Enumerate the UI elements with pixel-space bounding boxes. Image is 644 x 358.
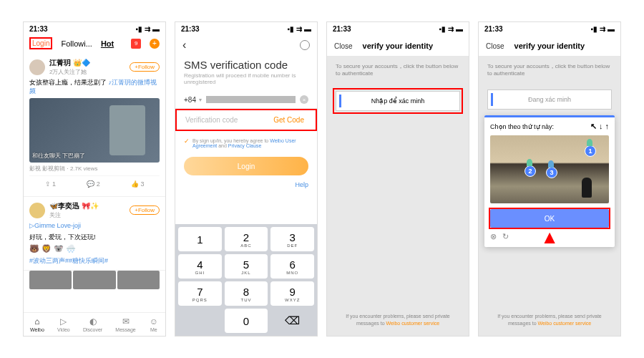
phone-verify-captcha: 21:33 ▪▮ ⇉ ▬ Close verify your identity …	[478, 21, 621, 337]
status-bar: 21:33 ▪▮ ⇉ ▬	[24, 22, 165, 36]
avatar[interactable]	[29, 203, 45, 218]
close-button[interactable]: Close	[334, 42, 353, 50]
login-button[interactable]: Login	[184, 157, 308, 175]
post-text: 好玩，爱玩，下次还玩!	[29, 233, 160, 242]
video-caption: 和往友聊天 下巴崩了	[32, 152, 85, 160]
status-bar: 21:33 ▪▮ ⇉ ▬	[327, 22, 469, 36]
verify-header: Close verify your identity	[327, 36, 469, 56]
customer-service-link[interactable]: Weibo customer service	[386, 321, 440, 326]
get-code-button[interactable]: Get Code	[270, 115, 307, 125]
key-0[interactable]: 0	[225, 309, 268, 333]
tab-login[interactable]: Login	[29, 37, 52, 49]
video-icon: ▷	[59, 316, 69, 326]
arrow-up-icon: ↑	[605, 122, 610, 131]
phone-input-masked[interactable]	[206, 96, 296, 103]
status-time: 21:33	[181, 25, 200, 33]
post-subtitle: 关注	[49, 211, 125, 219]
thumbnail[interactable]	[29, 271, 72, 289]
country-code[interactable]: +84	[184, 96, 196, 104]
page-subtitle: Registration will proceed if mobile numb…	[175, 72, 317, 91]
tab-video[interactable]: ▷Video	[57, 316, 70, 332]
agreement-text: ✓ By sign up/in, you hereby agree to Wei…	[175, 131, 317, 154]
tab-hot[interactable]: Hot	[101, 39, 114, 48]
captcha-marker-2[interactable]: 2	[525, 165, 536, 177]
status-time: 21:33	[29, 25, 48, 33]
key-blank	[178, 309, 222, 333]
tab-weibo[interactable]: ⌂Weibo	[30, 316, 44, 332]
status-time: 21:33	[484, 25, 503, 33]
battery-icon: ▬	[152, 25, 160, 33]
home-icon: ⌂	[32, 316, 42, 326]
key-5[interactable]: 5JKL	[225, 254, 268, 279]
captcha-dialog: Chọn theo thứ tự này: ↖ ↓ ↑ 1 2 3 OK ⊗ ↻…	[484, 115, 615, 247]
key-9[interactable]: 9WXYZ	[270, 281, 314, 306]
verify-info: To secure your accounts，click the button…	[479, 56, 620, 85]
refresh-icon[interactable]: ↻	[502, 232, 509, 241]
number-keypad: 1 2ABC 3DEF 4GHI 5JKL 6MNO 7PQRS 8TUV 9W…	[175, 224, 317, 336]
wifi-icon: ⇉	[448, 25, 454, 33]
privacy-link[interactable]: Privacy Clause	[228, 143, 262, 148]
comment-action[interactable]: 💬 2	[87, 180, 100, 188]
phone-field[interactable]: +84 ▾ ×	[175, 91, 317, 109]
status-icons: ▪▮ ⇉ ▬	[439, 25, 463, 33]
post-1: 江菁玥 👑🔷 2万人关注了她 +Follow 女孩整容上瘾，结果悲剧了 ♪江菁玥…	[24, 54, 165, 197]
post-video[interactable]: 和往友聊天 下巴崩了	[29, 98, 160, 163]
help-link[interactable]: Help	[175, 178, 317, 191]
checkbox-icon[interactable]: ✓	[184, 137, 190, 145]
key-1[interactable]: 1	[178, 227, 222, 251]
avatar[interactable]	[29, 59, 45, 75]
person-icon: ☺	[149, 316, 159, 326]
code-input[interactable]: Verification code	[185, 116, 270, 124]
ok-button[interactable]: OK	[490, 209, 609, 228]
share-action[interactable]: ⇪ 1	[45, 180, 57, 188]
like-action[interactable]: 👍 3	[131, 180, 145, 188]
post-username[interactable]: 🦋李奕迅 🎀✨	[49, 201, 125, 211]
thumbnail[interactable]	[73, 271, 115, 289]
key-6[interactable]: 6MNO	[270, 254, 314, 279]
close-icon[interactable]: ⊗	[490, 232, 497, 241]
notification-badge[interactable]: 9	[131, 39, 141, 49]
clear-icon[interactable]: ×	[300, 95, 308, 104]
phone-sms: 21:33 ▪▮ ⇉ ▬ ‹ SMS verification code Reg…	[175, 21, 318, 337]
key-4[interactable]: 4GHI	[178, 254, 222, 279]
annotation-arrow-icon: ▲	[540, 226, 559, 247]
customer-service-link[interactable]: Weibo customer service	[538, 321, 592, 326]
verify-footer: If you encounter problems, please send p…	[327, 313, 469, 327]
key-8[interactable]: 8TUV	[225, 281, 268, 306]
key-3[interactable]: 3DEF	[270, 227, 314, 251]
phone-feed: 21:33 ▪▮ ⇉ ▬ Login Followi... Hot 9 + 江菁…	[23, 21, 166, 337]
status-icons: ▪▮ ⇉ ▬	[590, 25, 615, 33]
back-button[interactable]: ‹	[182, 39, 186, 52]
tab-me[interactable]: ☺Me	[149, 316, 159, 332]
wifi-icon: ⇉	[296, 25, 302, 33]
key-backspace[interactable]: ⌫	[270, 309, 314, 333]
top-tabs: Login Followi... Hot 9 +	[24, 36, 165, 54]
battery-icon: ▬	[304, 25, 311, 33]
code-field-row: Verification code Get Code	[175, 109, 317, 131]
verify-info: To secure your accounts，click the button…	[327, 56, 469, 85]
captcha-marker-1[interactable]: 1	[585, 145, 596, 157]
captcha-image[interactable]: 1 2 3	[490, 135, 609, 203]
post-music-link[interactable]: ▷Gimme Love-joji	[29, 222, 160, 231]
follow-button[interactable]: +Follow	[130, 62, 160, 72]
tab-message[interactable]: ✉Message	[115, 316, 135, 332]
key-2[interactable]: 2ABC	[225, 227, 268, 251]
post-hashtag[interactable]: #波动三两声##糖快乐瞬间#	[29, 256, 160, 266]
follow-button[interactable]: +Follow	[130, 205, 160, 215]
captcha-silhouette	[582, 178, 592, 198]
message-icon: ✉	[121, 316, 131, 326]
thumbnail[interactable]	[117, 271, 160, 289]
post-username[interactable]: 江菁玥 👑🔷	[49, 58, 125, 68]
close-button[interactable]: Close	[486, 42, 504, 50]
highlight-box: Nhập để xác minh	[333, 88, 463, 114]
tab-discover[interactable]: ◐Discover	[83, 316, 102, 332]
gear-icon[interactable]	[300, 40, 310, 50]
verify-button[interactable]: Nhập để xác minh	[336, 91, 460, 111]
key-7[interactable]: 7PQRS	[178, 281, 222, 306]
status-icons: ▪▮ ⇉ ▬	[287, 25, 311, 33]
captcha-instruction: Chọn theo thứ tự này:	[490, 123, 554, 130]
tab-following[interactable]: Followi...	[61, 39, 92, 48]
captcha-marker-3[interactable]: 3	[546, 167, 557, 178]
compose-button[interactable]: +	[150, 39, 160, 49]
verify-header: Close verify your identity	[479, 36, 620, 56]
